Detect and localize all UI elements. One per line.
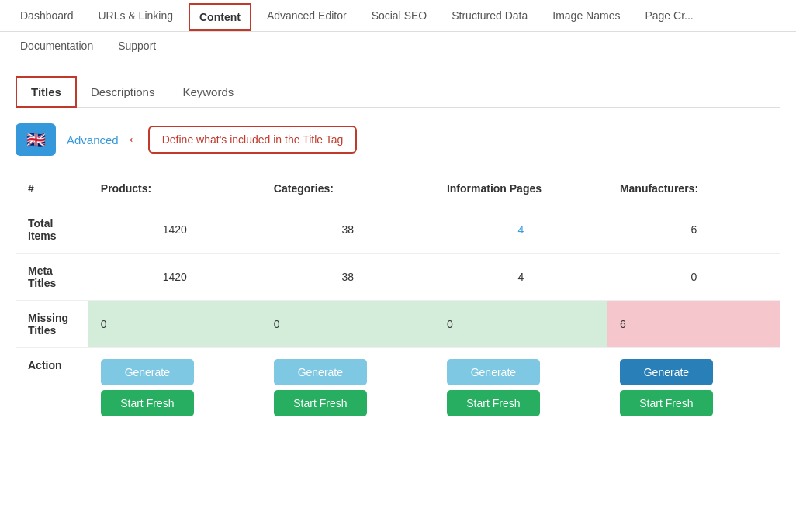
nav-advanced-editor[interactable]: Advanced Editor bbox=[254, 0, 359, 31]
table-row-meta-titles: Meta Titles 1420 38 4 0 bbox=[16, 254, 780, 301]
tooltip-box: Define what's included in the Title Tag bbox=[148, 126, 358, 154]
table-row-total-items: Total Items 1420 38 4 6 bbox=[16, 206, 780, 254]
tooltip-container: ← Define what's included in the Title Ta… bbox=[126, 126, 358, 154]
total-items-info[interactable]: 4 bbox=[434, 206, 607, 254]
col-products-header: Products: bbox=[88, 171, 261, 206]
top-nav: Dashboard URLs & Linking Content Advance… bbox=[0, 0, 796, 32]
total-items-products: 1420 bbox=[88, 206, 261, 254]
nav-social-seo[interactable]: Social SEO bbox=[359, 0, 440, 31]
missing-titles-label: Missing Titles bbox=[16, 301, 88, 348]
table-header-row: # Products: Categories: Information Page… bbox=[16, 171, 780, 206]
meta-titles-manufacturers: 0 bbox=[607, 254, 780, 301]
meta-titles-info: 4 bbox=[434, 254, 607, 301]
missing-titles-info: 0 bbox=[434, 301, 607, 348]
tab-keywords[interactable]: Keywords bbox=[168, 78, 247, 106]
advanced-row: 🇬🇧 Advanced ← Define what's included in … bbox=[16, 123, 780, 156]
flag-icon: 🇬🇧 bbox=[26, 130, 46, 149]
missing-titles-manufacturers: 6 bbox=[607, 301, 780, 348]
meta-titles-label: Meta Titles bbox=[16, 254, 88, 301]
start-fresh-categories-button[interactable]: Start Fresh bbox=[274, 390, 367, 416]
missing-titles-products: 0 bbox=[88, 301, 261, 348]
nav-dashboard[interactable]: Dashboard bbox=[8, 0, 86, 31]
action-products-cell: Generate Start Fresh bbox=[88, 348, 261, 428]
second-nav: Documentation Support bbox=[0, 32, 796, 60]
tab-descriptions[interactable]: Descriptions bbox=[77, 78, 169, 106]
action-manufacturers-cell: Generate Start Fresh bbox=[607, 348, 780, 428]
action-info-cell: Generate Start Fresh bbox=[434, 348, 607, 428]
meta-titles-products: 1420 bbox=[88, 254, 261, 301]
total-items-manufacturers: 6 bbox=[607, 206, 780, 254]
nav-content[interactable]: Content bbox=[189, 3, 251, 31]
col-manufacturers-header: Manufacturers: bbox=[607, 171, 780, 206]
start-fresh-manufacturers-button[interactable]: Start Fresh bbox=[620, 390, 713, 416]
total-items-categories: 38 bbox=[261, 206, 434, 254]
advanced-link[interactable]: Advanced bbox=[67, 133, 119, 147]
generate-categories-button[interactable]: Generate bbox=[274, 359, 367, 385]
total-items-label: Total Items bbox=[16, 206, 88, 254]
nav-structured-data[interactable]: Structured Data bbox=[439, 0, 540, 31]
nav-documentation[interactable]: Documentation bbox=[8, 32, 106, 60]
action-categories-cell: Generate Start Fresh bbox=[261, 348, 434, 428]
col-hash: # bbox=[16, 171, 88, 206]
nav-support[interactable]: Support bbox=[106, 32, 168, 60]
arrow-icon: ← bbox=[126, 130, 144, 150]
flag-button[interactable]: 🇬🇧 bbox=[16, 123, 56, 156]
action-label: Action bbox=[16, 348, 88, 428]
content-area: Titles Descriptions Keywords 🇬🇧 Advanced… bbox=[0, 60, 796, 443]
col-info-header: Information Pages bbox=[434, 171, 607, 206]
table-row-missing-titles: Missing Titles 0 0 0 6 bbox=[16, 301, 780, 348]
tab-titles[interactable]: Titles bbox=[16, 76, 77, 108]
nav-image-names[interactable]: Image Names bbox=[540, 0, 632, 31]
meta-titles-categories: 38 bbox=[261, 254, 434, 301]
tab-row: Titles Descriptions Keywords bbox=[16, 76, 780, 108]
start-fresh-info-button[interactable]: Start Fresh bbox=[447, 390, 540, 416]
missing-titles-categories: 0 bbox=[261, 301, 434, 348]
nav-page-cr[interactable]: Page Cr... bbox=[632, 0, 705, 31]
col-categories-header: Categories: bbox=[261, 171, 434, 206]
data-table: # Products: Categories: Information Page… bbox=[16, 171, 780, 427]
generate-manufacturers-button[interactable]: Generate bbox=[620, 359, 713, 385]
generate-info-button[interactable]: Generate bbox=[447, 359, 540, 385]
generate-products-button[interactable]: Generate bbox=[101, 359, 194, 385]
table-row-action: Action Generate Start Fresh Generate Sta… bbox=[16, 348, 780, 428]
nav-urls-linking[interactable]: URLs & Linking bbox=[86, 0, 186, 31]
start-fresh-products-button[interactable]: Start Fresh bbox=[101, 390, 194, 416]
